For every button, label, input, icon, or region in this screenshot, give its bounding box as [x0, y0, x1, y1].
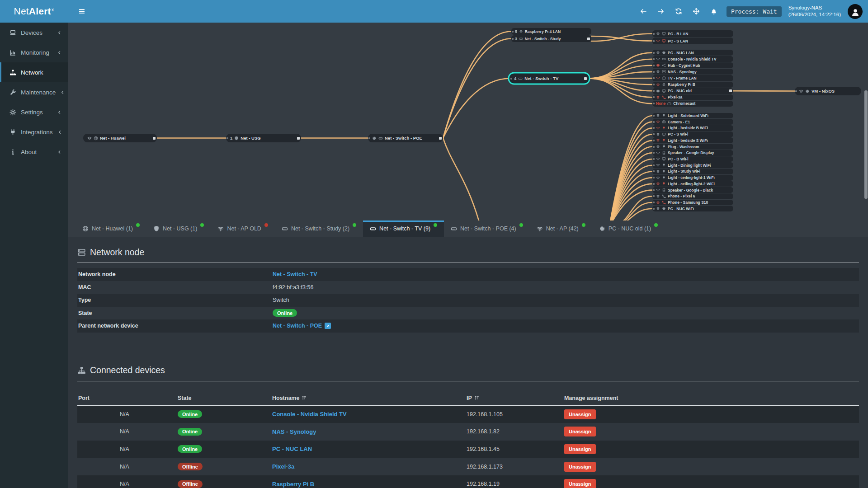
arrow-right-button[interactable] — [655, 5, 667, 17]
table-row: N/A Online NAS - Synology 192.168.1.82 U… — [77, 423, 859, 441]
parent-node-link[interactable]: Net - Switch - POE — [273, 323, 322, 329]
tree-node-net-usg[interactable]: 1Net - USG — [226, 134, 301, 142]
tree-node-net-switch-study[interactable]: 3Net - Switch - Study — [511, 35, 591, 42]
unassign-button[interactable]: Unassign — [564, 462, 596, 472]
tree-node-net-switch-poe[interactable]: Net - Switch - POE — [368, 134, 443, 142]
table-row: N/A Offline Raspberry Pi B 192.168.1.19 … — [77, 475, 859, 488]
wifi-icon — [656, 176, 660, 180]
tab-label: PC - NUC old (1) — [609, 225, 651, 232]
tree-node-pixel-3a[interactable]: Pixel-3a — [652, 94, 733, 100]
tree-node-console-nvidia-shield-tv[interactable]: Console - Nvidia Shield TV — [652, 56, 733, 62]
column-header-hostname[interactable]: Hostname — [272, 395, 467, 401]
tab-net-switch-poe[interactable]: Net - Switch - POE (4) — [444, 221, 530, 237]
left-endpoint — [653, 208, 655, 210]
sidebar-item-settings[interactable]: Settings — [0, 102, 68, 122]
tree-node-pc-b-lan[interactable]: PC - B LAN — [652, 30, 733, 37]
left-endpoint — [653, 33, 655, 35]
tab-net-ap-old[interactable]: Net - AP OLD — [211, 221, 275, 237]
left-endpoint — [653, 121, 655, 123]
connection-endpoint[interactable] — [584, 77, 587, 80]
eth-icon — [662, 51, 666, 55]
tree-node-raspberry-pi-4-lan[interactable]: 5Raspberry Pi 4 LAN — [511, 28, 591, 35]
tree-node-chromecast[interactable]: NoneChromecast — [652, 101, 733, 107]
connection-endpoint[interactable] — [153, 137, 156, 140]
bell-button[interactable] — [708, 5, 720, 17]
node-label: Net - Huawei — [100, 136, 126, 141]
tree-node-net-huawei[interactable]: Net - Huawei — [83, 134, 157, 142]
tree-node-light-ceiling-light-1-wifi[interactable]: Light - ceiling-light-1 WiFi — [652, 175, 733, 181]
tree-node-light-sideboard-wifi[interactable]: Light - Sideboard WiFi — [652, 113, 733, 119]
column-label: Hostname — [272, 395, 299, 401]
section-title-text: Network node — [90, 247, 144, 258]
sidebar-item-about[interactable]: About — [0, 142, 68, 162]
refresh-button[interactable] — [673, 5, 684, 17]
node-label: Speaker - Google - Black — [668, 188, 713, 192]
tree-node-plug-washroom[interactable]: Plug - Washroom — [652, 144, 733, 150]
hostname-link[interactable]: Raspberry Pi B — [272, 481, 314, 488]
tree-node-light-study-wifi[interactable]: Light - Study WiFi — [652, 169, 733, 174]
tree-node-pc-nuc-wifi[interactable]: PC - NUC WiFi — [652, 206, 733, 211]
chevron-left-icon — [57, 110, 62, 115]
left-endpoint — [653, 170, 655, 172]
tab-net-ap[interactable]: Net - AP (42) — [530, 221, 592, 237]
tree-node-pc-b-wifi[interactable]: PC - B WiFi — [652, 156, 733, 162]
unassign-button[interactable]: Unassign — [564, 427, 596, 436]
hostname-link[interactable]: Pixel-3a — [272, 463, 294, 470]
move-button[interactable] — [690, 5, 702, 17]
status-dot — [353, 223, 356, 227]
external-link-icon[interactable] — [325, 323, 331, 329]
tree-node-camera-e1[interactable]: Camera - E1 — [652, 119, 733, 125]
tree-node-speaker-google-display[interactable]: Speaker - Google Display — [652, 150, 733, 156]
user-avatar[interactable] — [848, 4, 863, 19]
hostname-link[interactable]: PC - NUC LAN — [272, 446, 312, 452]
sidebar-item-network[interactable]: Network — [0, 62, 68, 82]
page-scrollbar[interactable] — [864, 90, 868, 199]
connection-endpoint[interactable] — [297, 137, 300, 140]
tree-node-nas-synology[interactable]: NAS - Synology — [652, 69, 733, 75]
tree-node-raspberry-pi-b[interactable]: Raspberry Pi B — [652, 82, 733, 88]
wifi-icon — [656, 163, 660, 167]
tree-node-pc-nuc-lan[interactable]: PC - NUC LAN — [652, 50, 733, 56]
tree-node-pc-s-wifi[interactable]: PC - S WiFi — [652, 131, 733, 137]
sidebar-toggle-button[interactable] — [76, 5, 88, 17]
node-link[interactable]: Net - Switch - TV — [273, 271, 317, 277]
tab-net-usg[interactable]: Net - USG (1) — [146, 221, 211, 237]
tree-node-light-dining-light-wifi[interactable]: Light - Dining light WiFi — [652, 162, 733, 168]
tab-net-switch-tv[interactable]: Net - Switch - TV (9) — [363, 221, 444, 237]
arrow-left-button[interactable] — [637, 5, 649, 17]
tree-node-speaker-google-black[interactable]: Speaker - Google - Black — [652, 187, 733, 193]
unassign-button[interactable]: Unassign — [564, 479, 596, 488]
tree-node-tv-frame-lan[interactable]: TV - Frame LAN — [652, 75, 733, 81]
app-logo[interactable]: NetAlertx — [0, 0, 68, 23]
tree-node-net-switch-tv[interactable]: 4Net - Switch - TV — [510, 74, 588, 83]
tree-node-vm-nixos[interactable]: VM - NixOS — [795, 87, 861, 95]
sidebar-item-integrations[interactable]: Integrations — [0, 122, 68, 142]
wifi-icon — [656, 83, 660, 87]
hostname-link[interactable]: Console - Nvidia Shield TV — [272, 411, 347, 418]
column-header-ip[interactable]: IP — [467, 395, 564, 401]
cell-ip: 192.168.1.173 — [467, 464, 564, 470]
sidebar-item-devices[interactable]: Devices — [0, 23, 68, 42]
connection-endpoint[interactable] — [729, 89, 732, 92]
tree-node-phone-samsung-s10[interactable]: Phone - Samsung S10 — [652, 200, 733, 206]
tree-node-phone-pixel-6[interactable]: Phone - Pixel 6 — [652, 193, 733, 199]
hostname-link[interactable]: NAS - Synology — [272, 428, 316, 435]
tree-node-hub-cygnet-hub[interactable]: Hub - Cygnet Hub — [652, 62, 733, 68]
network-topology-canvas[interactable]: Net - Huawei1Net - USGNet - Switch - POE… — [68, 23, 868, 221]
connection-endpoint[interactable] — [587, 38, 590, 40]
tab-net-switch-study[interactable]: Net - Switch - Study (2) — [275, 221, 363, 237]
tree-node-pc-nuc-old[interactable]: PC - NUC old — [652, 88, 733, 94]
tree-node-pc-s-lan[interactable]: PC - S LAN — [652, 38, 733, 44]
sidebar-item-maintenance[interactable]: Maintenance — [0, 82, 68, 102]
status-dot — [136, 223, 140, 227]
unassign-button[interactable]: Unassign — [564, 409, 596, 419]
tree-node-light-ceiling-light-2-wifi[interactable]: Light - ceiling-light-2 WiFi — [652, 181, 733, 187]
tree-node-light-bedside-s-wifi[interactable]: Light - bedside S WiFi — [652, 137, 733, 143]
unassign-button[interactable]: Unassign — [564, 444, 596, 454]
tab-pc-nuc-old[interactable]: PC - NUC old (1) — [592, 221, 665, 237]
process-status-badge: Process: Wait — [726, 6, 782, 17]
sidebar-item-monitoring[interactable]: Monitoring — [0, 42, 68, 62]
connection-endpoint[interactable] — [439, 137, 442, 140]
tab-net-huawei[interactable]: Net - Huawei (1) — [75, 221, 146, 237]
tree-node-light-bedside-b-wifi[interactable]: Light - bedside B WiFi — [652, 125, 733, 131]
